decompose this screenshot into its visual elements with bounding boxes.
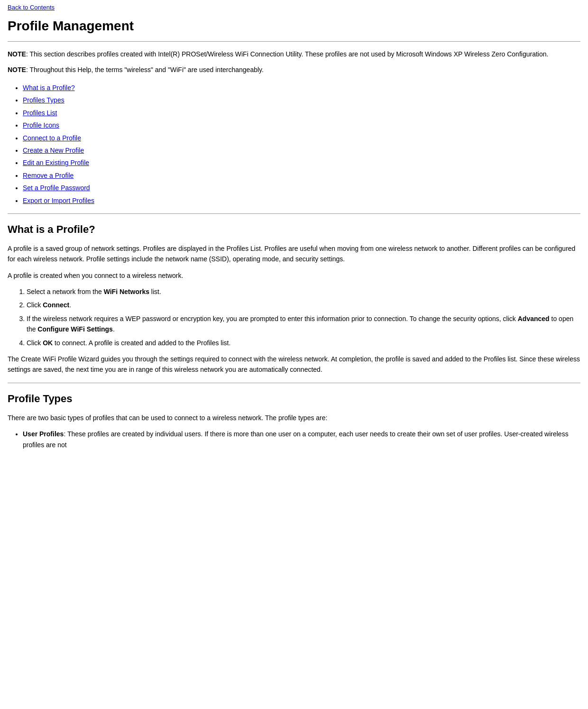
what-is-a-profile-heading: What is a Profile? [8, 223, 580, 236]
divider-1 [8, 41, 580, 42]
profile-types-heading: Profile Types [8, 393, 580, 405]
divider-3 [8, 383, 580, 383]
step-4: Click OK to connect. A profile is create… [27, 338, 580, 348]
back-to-contents-link[interactable]: Back to Contents [8, 4, 55, 11]
divider-2 [8, 213, 580, 214]
user-profiles-label: User Profiles [23, 430, 64, 438]
step-4-bold: OK [43, 339, 53, 347]
step-2-text-after: . [69, 301, 71, 309]
toc-link-export-import-profiles[interactable]: Export or Import Profiles [23, 197, 94, 204]
step-3-bold-1: Advanced [518, 315, 550, 322]
back-to-contents-section: Back to Contents [8, 4, 580, 11]
toc-item-export-import-profiles: Export or Import Profiles [23, 195, 580, 206]
note-1-text: : This section describes profiles create… [26, 50, 549, 58]
step-1-bold: WiFi Networks [104, 288, 149, 295]
note-2: NOTE: Throughout this Help, the terms "w… [8, 65, 580, 75]
profile-types-section: Profile Types There are two basic types … [8, 393, 580, 450]
page-title: Profile Management [8, 18, 580, 34]
toc-item-set-profile-password: Set a Profile Password [23, 183, 580, 193]
toc-link-remove-profile[interactable]: Remove a Profile [23, 172, 74, 179]
step-3-text-before: If the wireless network requires a WEP p… [27, 315, 518, 322]
toc-item-profile-icons: Profile Icons [23, 120, 580, 130]
toc-link-profiles-types[interactable]: Profiles Types [23, 96, 64, 104]
what-is-a-profile-closing: The Create WiFi Profile Wizard guides yo… [8, 354, 580, 375]
step-4-text-before: Click [27, 339, 43, 347]
note-1-label: NOTE [8, 50, 26, 58]
toc-item-profiles-list: Profiles List [23, 108, 580, 118]
steps-list: Select a network from the WiFi Networks … [27, 286, 580, 348]
toc-link-create-new-profile[interactable]: Create a New Profile [23, 147, 84, 154]
step-2: Click Connect. [27, 300, 580, 310]
toc-link-edit-existing-profile[interactable]: Edit an Existing Profile [23, 159, 89, 166]
toc-item-remove-profile: Remove a Profile [23, 170, 580, 181]
toc-link-set-profile-password[interactable]: Set a Profile Password [23, 184, 90, 192]
toc-link-connect-to-profile[interactable]: Connect to a Profile [23, 134, 81, 142]
step-2-bold: Connect [43, 301, 69, 309]
profile-types-intro: There are two basic types of profiles th… [8, 413, 580, 423]
note-2-label: NOTE [8, 66, 26, 74]
step-1-text-before: Select a network from the [27, 288, 104, 295]
step-1: Select a network from the WiFi Networks … [27, 286, 580, 297]
what-is-a-profile-section: What is a Profile? A profile is a saved … [8, 223, 580, 375]
toc-item-create-new-profile: Create a New Profile [23, 145, 580, 156]
step-3-bold-2: Configure WiFi Settings [37, 325, 113, 333]
what-is-a-profile-para-1: A profile is a saved group of network se… [8, 243, 580, 265]
step-4-text-after: to connect. A profile is created and add… [53, 339, 230, 347]
note-1: NOTE: This section describes profiles cr… [8, 49, 580, 59]
step-2-text-before: Click [27, 301, 43, 309]
toc-item-what-is-a-profile: What is a Profile? [23, 83, 580, 93]
toc-link-profile-icons[interactable]: Profile Icons [23, 121, 59, 129]
toc-item-profiles-types: Profiles Types [23, 95, 580, 105]
note-2-text: : Throughout this Help, the terms "wirel… [26, 66, 264, 74]
step-3-text-after: . [113, 325, 115, 333]
toc-item-connect-to-profile: Connect to a Profile [23, 133, 580, 143]
profile-types-bullet-list: User Profiles: These profiles are create… [23, 429, 580, 450]
toc-item-edit-existing-profile: Edit an Existing Profile [23, 157, 580, 168]
notes-section: NOTE: This section describes profiles cr… [8, 49, 580, 75]
step-1-text-after: list. [149, 288, 161, 295]
toc-link-profiles-list[interactable]: Profiles List [23, 109, 57, 117]
what-is-a-profile-para-2: A profile is created when you connect to… [8, 270, 580, 281]
toc-list: What is a Profile? Profiles Types Profil… [23, 83, 580, 206]
step-3: If the wireless network requires a WEP p… [27, 313, 580, 335]
profile-types-bullet-user-profiles: User Profiles: These profiles are create… [23, 429, 580, 450]
toc-link-what-is-a-profile[interactable]: What is a Profile? [23, 84, 75, 92]
user-profiles-text: : These profiles are created by individu… [23, 430, 569, 448]
